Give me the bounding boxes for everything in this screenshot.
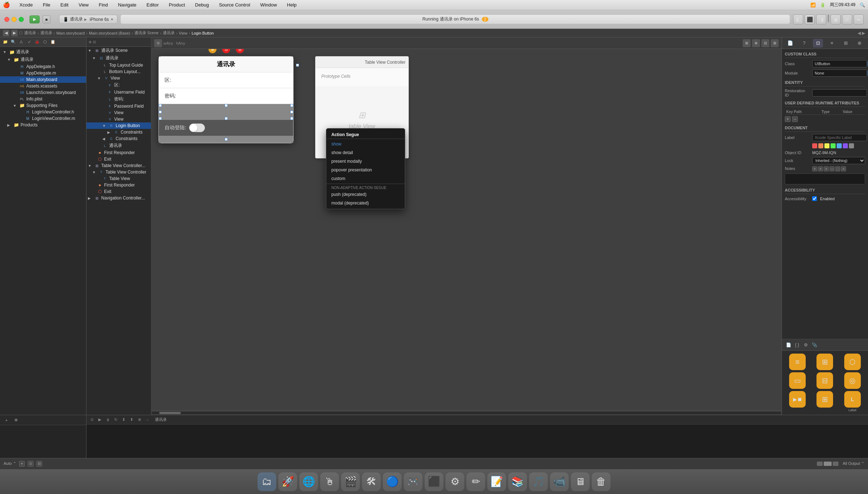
outline-item-view[interactable]: ▼ V View [86, 75, 151, 81]
dock-safari[interactable]: 🌐 [299, 472, 318, 491]
breadcrumb-forward-button[interactable]: ▶ [11, 30, 18, 36]
color-purple[interactable] [843, 143, 848, 148]
navigator-folder-icon[interactable]: 📁 [2, 39, 9, 45]
breadcrumb-item1[interactable]: 通讯录 [40, 30, 52, 36]
menu-product[interactable]: Product [167, 1, 187, 8]
outline-item-bottom-layout[interactable]: ▶ L Bottom Layout... [86, 68, 151, 75]
context-menu-item-show-detail[interactable]: show detail [326, 148, 405, 157]
remove-attr-button[interactable]: − [792, 116, 798, 122]
sidebar-item-project[interactable]: ▼ 📁 通讯录 [0, 48, 86, 56]
outline-item-first-responder[interactable]: ▶ ● First Responder [86, 149, 151, 156]
breadcrumb-next-button[interactable]: ▶ [862, 31, 865, 36]
canvas-back-btn[interactable]: ⊙ [154, 39, 162, 47]
outline-item-tablevc-vc[interactable]: ▼ T Table View Controller [86, 169, 151, 175]
context-menu-item-popover[interactable]: popover presentation [326, 166, 405, 174]
btn-handle-br[interactable] [290, 117, 293, 120]
panel-size-btn2[interactable] [824, 462, 832, 466]
console-simulate-btn[interactable]: → [144, 417, 151, 423]
breadcrumb-item0[interactable]: 通讯录 [24, 30, 36, 36]
sidebar-item-login-vc-h[interactable]: ▶ H LoginViewController.h [0, 109, 86, 115]
notes-textarea[interactable] [785, 174, 865, 184]
stop-button[interactable]: ■ [42, 15, 50, 23]
outline-add-button[interactable]: ⊕ [89, 40, 91, 44]
outline-item-constraints2[interactable]: ◀ C Constraints [86, 135, 151, 142]
outline-item-exit[interactable]: ▶ ⬡ Exit [86, 156, 151, 162]
obj-hex-icon[interactable]: ⬡ [840, 354, 865, 370]
context-menu-item-push[interactable]: push (deprecated) [326, 190, 405, 199]
sidebar-item-launch-screen[interactable]: ▶ SB LaunchScreen.storyboard [0, 89, 86, 96]
outline-item-tonglv-label[interactable]: ▶ L 通讯录 [86, 142, 151, 149]
console-clear-btn[interactable]: ⊙ [89, 417, 95, 423]
constraint-icon-1[interactable]: ⊕ [209, 49, 216, 53]
outline-item-constraints1[interactable]: ▶ C Constraints [86, 129, 151, 135]
close-button[interactable] [4, 17, 9, 22]
menubar-search-icon[interactable]: 🔍 [860, 3, 865, 8]
canvas-zoom-btn[interactable]: ⊕ [752, 39, 760, 47]
minimize-button[interactable] [12, 17, 17, 22]
dock-notes[interactable]: 📝 [487, 472, 506, 491]
constraint-icon-2[interactable]: ⊡ [222, 49, 230, 53]
module-input[interactable] [812, 69, 867, 77]
btn-handle-tr[interactable] [290, 104, 293, 107]
menu-help[interactable]: Help [285, 1, 299, 8]
add-attr-button[interactable]: + [785, 116, 791, 122]
resolve-issues-button[interactable]: ⊟ [36, 461, 42, 467]
sidebar-item-info-plist[interactable]: ▶ PL Info.plist [0, 96, 86, 102]
bottom-handle[interactable] [225, 138, 228, 141]
obj-rect-icon[interactable]: ▭ [785, 372, 810, 389]
menu-source-control[interactable]: Source Control [217, 1, 252, 8]
outline-item-username-field[interactable]: ▶ F Username Field [86, 89, 151, 95]
debug-menu-btn[interactable]: ⊕ [12, 417, 19, 424]
inspector-quick-help-icon[interactable]: ? [799, 39, 809, 48]
dock-books[interactable]: 📚 [508, 472, 527, 491]
notes-format-btn1[interactable]: ≡ [812, 166, 817, 171]
debug-add-btn[interactable]: + [3, 417, 10, 424]
context-menu-item-present-modally[interactable]: present modally [326, 157, 405, 166]
obj-lib-icon1[interactable]: 📄 [785, 341, 792, 349]
inspector-identity-icon[interactable]: ⊡ [813, 39, 823, 48]
inspector-file-icon[interactable]: 📄 [785, 39, 795, 48]
menu-file[interactable]: File [41, 1, 53, 8]
panel-size-btn3[interactable] [833, 462, 838, 466]
outline-item-view2[interactable]: ▶ V View [86, 109, 151, 116]
console-debug-btn[interactable]: ⊕ [136, 417, 143, 423]
outline-item-navvc-scene[interactable]: ▶ ⊞ Navigation Controller... [86, 195, 151, 201]
layout-standard-button[interactable]: ▣ [831, 14, 841, 24]
dock-game[interactable]: 🎮 [404, 472, 422, 491]
navigator-find-icon[interactable]: 🔍 [10, 39, 17, 45]
outline-item-tonglv-scene[interactable]: ▼ ⊞ 通讯录 Scene [86, 47, 151, 54]
dock-photos[interactable]: 🎬 [341, 472, 360, 491]
obj-minus-icon[interactable]: ⊟ [812, 372, 837, 389]
dock-monitor[interactable]: 🖥 [571, 472, 590, 491]
color-green[interactable] [831, 143, 836, 148]
outline-item-tablevc-exit[interactable]: ▶ ⬡ Exit [86, 188, 151, 195]
scheme-label-bottom[interactable]: 通讯录 [155, 417, 167, 422]
outline-item-qk[interactable]: ▶ F 区: [86, 81, 151, 89]
color-red[interactable] [812, 143, 817, 148]
canvas-scrollbar[interactable] [151, 410, 782, 415]
console-step-btn[interactable]: ↻ [112, 417, 119, 423]
sidebar-item-supporting-files[interactable]: ▼ 📁 Supporting Files [0, 102, 86, 109]
dock-sketch[interactable]: ✏ [466, 472, 485, 491]
breadcrumb-prev-button[interactable]: ◀ [858, 31, 861, 36]
update-frames-button[interactable]: ⊙ [28, 461, 33, 467]
menu-find[interactable]: Find [97, 1, 110, 8]
breadcrumb-item6[interactable]: View [179, 31, 188, 35]
console-step-in-btn[interactable]: ⬇ [120, 417, 127, 423]
menu-view[interactable]: View [76, 1, 91, 8]
notes-format-btn4[interactable]: — [829, 166, 835, 171]
dock-media[interactable]: 🎵 [529, 472, 548, 491]
menu-editor[interactable]: Editor [144, 1, 161, 8]
outline-item-tablevc-scene[interactable]: ▼ ⊞ Table View Controller... [86, 162, 151, 169]
dock-finder[interactable]: 🗂 [258, 472, 276, 491]
lock-select[interactable]: Inherited - (Nothing) [812, 157, 865, 164]
obj-circle-icon[interactable]: ◎ [840, 372, 865, 389]
notes-format-btn2[interactable]: ≡ [818, 166, 823, 171]
obj-play-icon[interactable]: ▶⏹ [785, 391, 810, 412]
all-output-selector[interactable]: All Output ⌃ [843, 461, 864, 466]
inspector-connections-icon[interactable]: ⊕ [855, 39, 865, 48]
outline-item-password-field[interactable]: ▶ F Password Field [86, 103, 151, 109]
btn-handle-mr[interactable] [290, 111, 293, 113]
dock-launchpad[interactable]: 🚀 [278, 472, 297, 491]
dock-cursor[interactable]: 🖱 [320, 472, 339, 491]
